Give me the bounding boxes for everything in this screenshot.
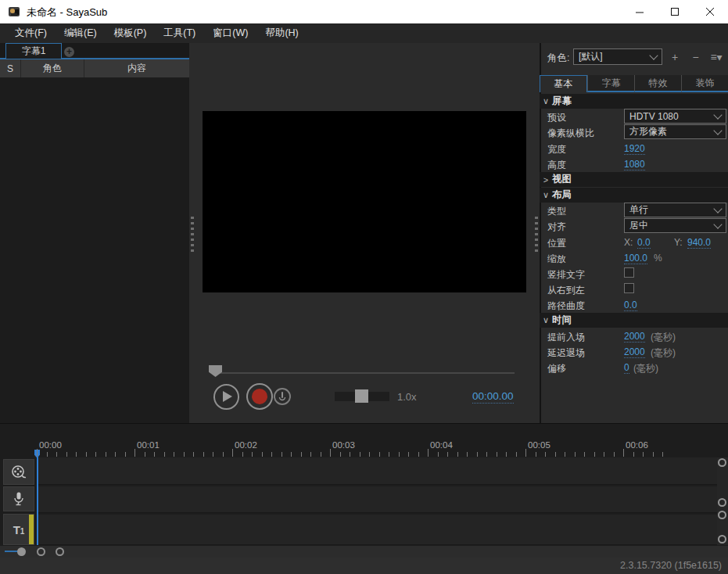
timeline-tick <box>447 452 448 457</box>
timeline-tick <box>614 452 615 457</box>
timeline-tick <box>154 452 155 457</box>
row-preset: 预设 HDTV 1080 <box>540 109 728 124</box>
maximize-button[interactable] <box>657 0 692 23</box>
timeline-tick <box>291 452 292 457</box>
type-dropdown[interactable]: 单行 <box>624 203 726 217</box>
pos-x-value[interactable]: 0.0 <box>637 237 651 249</box>
preset-dropdown[interactable]: HDTV 1080 <box>624 109 726 124</box>
subtitle-track-icon: T1 <box>13 523 25 536</box>
width-value[interactable]: 1920 <box>624 143 645 155</box>
tab-subtitle-1[interactable]: 字幕1 <box>5 43 62 59</box>
timeline-tick <box>271 452 272 457</box>
tab-basic[interactable]: 基本 <box>540 75 587 92</box>
row-offset: 偏移 0 (毫秒) <box>540 360 728 375</box>
tap-finger-icon <box>278 392 287 401</box>
lead-out-value[interactable]: 2000 <box>624 346 645 358</box>
subtitle-grid-body[interactable] <box>0 77 189 423</box>
column-header-role[interactable]: 角色 <box>21 59 84 77</box>
column-header-s[interactable]: S <box>0 59 21 77</box>
align-label: 对齐 <box>547 221 566 234</box>
track-resize-handle[interactable] <box>718 535 726 544</box>
pos-y-value[interactable]: 940.0 <box>687 237 711 249</box>
timeline-tick <box>106 452 106 457</box>
timeline-tick <box>506 452 507 457</box>
menu-window[interactable]: 窗口(W) <box>204 23 256 43</box>
path-curve-value[interactable]: 0.0 <box>624 300 637 311</box>
align-dropdown[interactable]: 居中 <box>624 218 726 233</box>
row-rtl: 从右到左 <box>540 282 728 297</box>
menu-file[interactable]: 文件(F) <box>6 23 56 43</box>
close-button[interactable] <box>692 0 727 23</box>
timeline-tick <box>399 452 400 457</box>
rtl-checkbox[interactable] <box>624 283 634 293</box>
timeline-time-label: 00:06 <box>626 440 648 450</box>
height-value[interactable]: 1080 <box>624 159 645 170</box>
tab-subtitle[interactable]: 字幕 <box>587 75 634 92</box>
role-dropdown[interactable]: [默认] <box>573 48 662 65</box>
scale-value[interactable]: 100.0 <box>624 253 647 264</box>
row-type: 类型 单行 <box>540 203 728 218</box>
section-screen[interactable]: ∨ 屏幕 <box>540 94 728 109</box>
track-resize-handle[interactable] <box>718 458 726 467</box>
section-layout[interactable]: ∨ 布局 <box>540 188 728 203</box>
timeline-tick <box>525 449 526 457</box>
record-button[interactable] <box>246 383 273 410</box>
timeline-tick <box>184 452 185 457</box>
section-view[interactable]: > 视图 <box>540 172 728 187</box>
menu-help[interactable]: 帮助(H) <box>256 23 307 43</box>
add-role-button[interactable]: + <box>666 51 683 63</box>
row-width: 宽度 1920 <box>540 141 728 156</box>
timeline-tick <box>497 452 497 457</box>
seek-bar[interactable] <box>211 372 515 374</box>
section-time[interactable]: ∨ 时间 <box>540 313 728 328</box>
tab-effects[interactable]: 特效 <box>634 75 681 92</box>
timeline-tick <box>340 452 341 457</box>
column-header-content[interactable]: 内容 <box>84 59 189 77</box>
timeline-tick <box>516 452 517 457</box>
subtitle-track-lane[interactable] <box>37 515 717 545</box>
title-bar[interactable]: 未命名 - SayaSub <box>0 0 728 24</box>
right-splitter-handle[interactable] <box>535 217 538 253</box>
offset-value[interactable]: 0 <box>624 362 629 374</box>
timeline-tick <box>115 452 116 457</box>
lead-in-value[interactable]: 2000 <box>624 331 645 343</box>
zoom-slider-thumb[interactable] <box>17 547 26 556</box>
track-scroll-strip[interactable] <box>717 457 728 545</box>
pixel-aspect-dropdown[interactable]: 方形像素 <box>624 124 726 139</box>
play-button[interactable] <box>213 384 239 410</box>
timeline-tick <box>193 452 194 457</box>
left-splitter-handle[interactable] <box>191 217 194 253</box>
timeline-tick <box>662 452 663 457</box>
row-scale: 缩放 100.0 % <box>540 250 728 266</box>
zoom-out-handle[interactable] <box>37 547 45 556</box>
video-track-header[interactable] <box>3 459 34 485</box>
track-resize-handle[interactable] <box>718 511 726 519</box>
timeline-tick <box>418 452 419 457</box>
timeline-tick <box>477 452 478 457</box>
timeline-tick <box>164 452 165 457</box>
chevron-down-icon: ∨ <box>540 96 552 106</box>
role-list-button[interactable]: ≡▾ <box>708 51 725 63</box>
add-tab-button[interactable]: + <box>64 47 74 57</box>
remove-role-button[interactable]: − <box>687 51 705 63</box>
row-lead-out: 延迟退场 2000 (毫秒) <box>540 344 728 360</box>
menu-tools[interactable]: 工具(T) <box>155 23 204 43</box>
video-preview[interactable] <box>203 111 526 292</box>
vertical-text-checkbox[interactable] <box>624 267 634 278</box>
tab-decoration[interactable]: 装饰 <box>681 75 728 92</box>
video-track-lane[interactable] <box>37 457 717 485</box>
section-title: 时间 <box>552 314 572 327</box>
zoom-slider-track[interactable] <box>5 551 18 552</box>
menu-template[interactable]: 模板(P) <box>106 23 156 43</box>
audio-track-header[interactable] <box>3 486 34 511</box>
minimize-button[interactable] <box>622 0 657 23</box>
speed-slider-handle[interactable] <box>355 389 368 403</box>
pos-x-label: X: <box>624 237 633 248</box>
track-resize-handle[interactable] <box>718 498 726 507</box>
audio-track-lane[interactable] <box>37 486 717 513</box>
menu-edit[interactable]: 编辑(E) <box>56 23 106 43</box>
tap-mode-button[interactable] <box>274 388 291 405</box>
current-time[interactable]: 00:00.00 <box>472 390 514 404</box>
zoom-in-handle[interactable] <box>56 547 64 556</box>
play-icon <box>223 391 232 402</box>
